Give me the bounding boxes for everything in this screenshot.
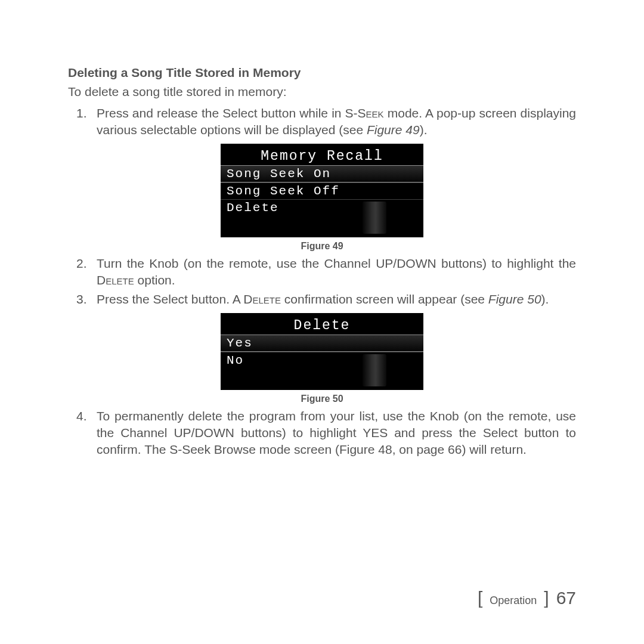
menu-option: Yes xyxy=(221,335,423,352)
screen-glare xyxy=(363,354,386,386)
figure-reference: Figure 50 xyxy=(488,292,541,306)
figure-50: Delete Yes No Figure 50 xyxy=(68,313,576,404)
step-text: Press and release the Select button whil… xyxy=(97,106,366,120)
step-text: ). xyxy=(541,292,549,306)
section-heading: Deleting a Song Title Stored in Memory xyxy=(68,66,576,80)
step-list: 2. Turn the Knob (on the remote, use the… xyxy=(68,255,576,308)
smallcaps-text: elete xyxy=(253,292,281,306)
page-footer: [ Operation ] 67 xyxy=(478,588,576,608)
figure-caption: Figure 50 xyxy=(68,394,576,404)
step-4: 4.To permanently delete the program from… xyxy=(97,408,576,459)
step-text: option. xyxy=(134,273,175,287)
menu-option: Delete xyxy=(221,199,423,216)
bracket-left: [ xyxy=(478,588,482,608)
screen-glare xyxy=(363,202,386,234)
menu-option: Song Seek On xyxy=(221,165,423,182)
menu-option: No xyxy=(221,352,423,369)
section-name: Operation xyxy=(490,595,537,607)
page-number: 67 xyxy=(556,588,576,608)
screen-title: Delete xyxy=(221,315,423,335)
step-text: confirmation screen will appear (see xyxy=(281,292,488,306)
screen-title: Memory Recall xyxy=(221,146,423,165)
step-3: 3. Press the Select button. A Delete con… xyxy=(97,291,576,308)
menu-option: Song Seek Off xyxy=(221,182,423,199)
device-screen: Memory Recall Song Seek On Song Seek Off… xyxy=(221,144,423,237)
figure-49: Memory Recall Song Seek On Song Seek Off… xyxy=(68,144,576,252)
step-text: Press the Select button. A D xyxy=(97,292,253,306)
step-text: ). xyxy=(420,123,428,137)
figure-reference: Figure 49 xyxy=(367,123,420,137)
device-screen: Delete Yes No xyxy=(221,313,423,390)
step-list: 4.To permanently delete the program from… xyxy=(68,408,576,459)
smallcaps-text: elete xyxy=(106,273,134,287)
step-text: To permanently delete the program from y… xyxy=(97,409,576,457)
step-list: 1. Press and release the Select button w… xyxy=(68,105,576,139)
figure-caption: Figure 49 xyxy=(68,241,576,252)
step-1: 1. Press and release the Select button w… xyxy=(97,105,576,139)
step-2: 2. Turn the Knob (on the remote, use the… xyxy=(97,255,576,289)
intro-text: To delete a song title stored in memory: xyxy=(68,85,576,99)
bracket-right: ] xyxy=(544,588,549,608)
smallcaps-text: eek xyxy=(366,106,384,120)
